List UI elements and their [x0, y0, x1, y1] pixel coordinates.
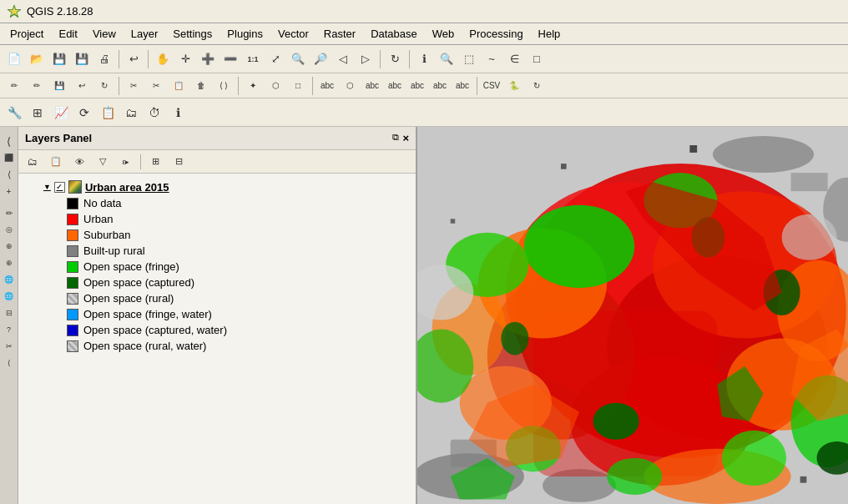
layer-group-header[interactable]: ▼ Urban area 2015: [43, 179, 409, 195]
tb4-btn-1[interactable]: ⊞: [27, 102, 48, 123]
tb4-btn-4[interactable]: 📋: [97, 102, 119, 123]
tb1-btn-21[interactable]: ℹ: [413, 48, 435, 70]
tb1-btn-12[interactable]: 1:1: [242, 48, 264, 70]
tb4-btn-5[interactable]: 🗂: [120, 102, 142, 123]
filter-layer-btn[interactable]: 👁: [68, 151, 90, 173]
collapse-all-btn[interactable]: ⊟: [168, 151, 189, 173]
panel-close-icon[interactable]: ×: [402, 132, 409, 144]
expand-all-btn[interactable]: ⊞: [144, 151, 166, 173]
sidebar-tool-5[interactable]: ✏: [2, 205, 17, 220]
tb1-btn-9[interactable]: ✛: [174, 48, 196, 70]
tb1-btn-25[interactable]: ∈: [503, 48, 525, 70]
tb1-btn-14[interactable]: 🔍: [287, 48, 309, 70]
tb1-btn-6[interactable]: ↩: [123, 48, 144, 70]
tb2-btn-12[interactable]: ✦: [242, 75, 264, 97]
tb1-btn-8[interactable]: ✋: [152, 48, 174, 70]
sidebar-tool-14[interactable]: ⟨: [2, 355, 17, 370]
tb4-btn-0[interactable]: 🔧: [3, 102, 25, 123]
sidebar-tool-8[interactable]: ⊕: [2, 255, 17, 270]
tb2-btn-20[interactable]: abc: [406, 75, 428, 97]
tb1-btn-17[interactable]: ▷: [355, 48, 376, 70]
tb4-btn-6[interactable]: ⏱: [144, 102, 165, 123]
tb2-btn-9[interactable]: 🗑: [190, 75, 212, 97]
tb2-btn-3[interactable]: ↩: [71, 75, 93, 97]
sidebar-tool-7[interactable]: ⊕: [2, 239, 17, 254]
layer-group-checkbox[interactable]: [54, 182, 65, 193]
tb1-btn-2[interactable]: 💾: [48, 48, 70, 70]
tb2-btn-7[interactable]: ✂: [145, 75, 167, 97]
layer-group-name[interactable]: Urban area 2015: [85, 181, 169, 194]
menu-item-menu-settings[interactable]: Settings: [166, 26, 219, 42]
tb2-btn-1[interactable]: ✏: [26, 75, 48, 97]
panel-float-icon[interactable]: ⧉: [392, 132, 399, 144]
tb4-btn-3[interactable]: ⟳: [73, 102, 95, 123]
tb2-btn-10[interactable]: ⟨ ⟩: [213, 75, 235, 97]
tb1-btn-26[interactable]: □: [526, 48, 548, 70]
tb1-btn-0[interactable]: 📄: [3, 48, 25, 70]
sidebar-tool-13[interactable]: ✂: [2, 339, 17, 354]
sidebar-tool-6[interactable]: ◎: [2, 222, 17, 237]
menu-item-menu-help[interactable]: Help: [532, 26, 568, 42]
tb-sep-20: [409, 50, 410, 68]
svg-point-22: [524, 205, 634, 288]
tb2-btn-6[interactable]: ✂: [123, 75, 144, 97]
menu-item-menu-raster[interactable]: Raster: [317, 26, 362, 42]
tb1-btn-11[interactable]: ➖: [220, 48, 241, 70]
tb1-btn-13[interactable]: ⤢: [265, 48, 286, 70]
tb2-btn-0[interactable]: ✏: [3, 75, 25, 97]
tb1-btn-15[interactable]: 🔎: [310, 48, 331, 70]
tb2-btn-18[interactable]: abc: [361, 75, 383, 97]
sidebar-tool-1[interactable]: ⟨: [2, 134, 17, 149]
menu-item-menu-view[interactable]: View: [86, 26, 123, 42]
tb2-btn-13[interactable]: ⬡: [265, 75, 286, 97]
map-canvas[interactable]: [417, 127, 848, 504]
legend-item-8: Open space (captured, water): [67, 322, 409, 338]
tb2-btn-8[interactable]: 📋: [168, 75, 189, 97]
filter-legend-btn[interactable]: ▽: [92, 151, 114, 173]
layer-style-btn[interactable]: ε▸: [115, 151, 137, 173]
tb2-btn-22[interactable]: abc: [452, 75, 473, 97]
tb1-btn-23[interactable]: ⬚: [458, 48, 480, 70]
tb1-btn-16[interactable]: ◁: [332, 48, 354, 70]
sidebar-tool-3[interactable]: ⟨: [2, 167, 17, 182]
tb1-btn-19[interactable]: ↻: [384, 48, 406, 70]
manage-layers-btn[interactable]: 📋: [45, 151, 67, 173]
tb2-btn-21[interactable]: abc: [429, 75, 451, 97]
tb2-btn-2[interactable]: 💾: [48, 75, 70, 97]
menu-item-menu-layer[interactable]: Layer: [124, 26, 165, 42]
tb2-btn-24[interactable]: CSV: [481, 75, 502, 97]
layers-panel-title: Layers Panel: [25, 132, 92, 144]
add-group-btn[interactable]: 🗂: [22, 151, 43, 173]
tb1-btn-10[interactable]: ➕: [197, 48, 219, 70]
menu-item-menu-plugins[interactable]: Plugins: [220, 26, 270, 42]
tb2-btn-4[interactable]: ↻: [93, 75, 115, 97]
menu-item-menu-web[interactable]: Web: [426, 26, 462, 42]
sidebar-tool-10[interactable]: 🌐: [2, 289, 17, 304]
menu-item-menu-database[interactable]: Database: [364, 26, 424, 42]
tb2-btn-16[interactable]: abc: [316, 75, 338, 97]
tb2-btn-25[interactable]: 🐍: [503, 75, 525, 97]
menu-item-menu-processing[interactable]: Processing: [462, 26, 529, 42]
menu-item-menu-edit[interactable]: Edit: [52, 26, 83, 42]
tb2-btn-17[interactable]: ⬡: [339, 75, 361, 97]
sidebar-tool-12[interactable]: ?: [2, 322, 17, 337]
sidebar-tool-2[interactable]: ⬛: [2, 150, 17, 165]
tb1-btn-3[interactable]: 💾: [71, 48, 93, 70]
menu-item-menu-project[interactable]: Project: [3, 26, 50, 42]
tb2-btn-26[interactable]: ↻: [526, 75, 548, 97]
tb1-btn-1[interactable]: 📂: [26, 48, 48, 70]
tb1-btn-24[interactable]: ~: [481, 48, 502, 70]
menu-item-menu-vector[interactable]: Vector: [271, 26, 315, 42]
toolbar-main: 📄📂💾💾🖨↩✋✛➕➖1:1⤢🔍🔎◁▷↻ℹ🔍⬚~∈□: [0, 45, 848, 73]
tb1-btn-4[interactable]: 🖨: [93, 48, 115, 70]
color-swatch-3: [67, 245, 78, 257]
sidebar-tool-11[interactable]: ⊟: [2, 305, 17, 320]
legend-item-1: Urban: [67, 211, 409, 227]
tb1-btn-22[interactable]: 🔍: [436, 48, 457, 70]
tb2-btn-19[interactable]: abc: [384, 75, 406, 97]
tb2-btn-14[interactable]: □: [287, 75, 309, 97]
tb4-btn-2[interactable]: 📈: [50, 102, 72, 123]
tb4-btn-7[interactable]: ℹ: [167, 102, 189, 123]
sidebar-tool-9[interactable]: 🌐: [2, 272, 17, 287]
sidebar-tool-4[interactable]: +: [2, 184, 17, 199]
